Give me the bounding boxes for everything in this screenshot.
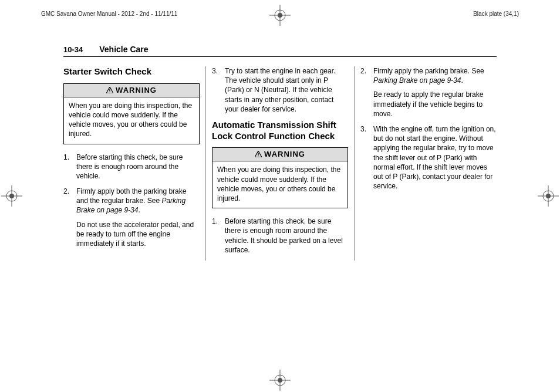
svg-point-17 bbox=[109, 92, 110, 93]
warning-triangle-icon bbox=[106, 86, 113, 95]
columns: Starter Switch Check WARNING When you ar… bbox=[63, 66, 497, 261]
column-2: Try to start the engine in each gear. Th… bbox=[206, 66, 355, 261]
step-3-2-ref: Parking Brake on page 9‑34 bbox=[373, 76, 461, 85]
step-1-2-text-b: . bbox=[138, 206, 140, 214]
column-3: Firmly apply the parking brake. See Park… bbox=[355, 66, 497, 261]
warning-triangle-icon bbox=[255, 150, 262, 159]
header-right: Black plate (34,1) bbox=[473, 11, 519, 17]
registration-mark-right bbox=[538, 185, 559, 207]
warning-body-2: When you are doing this inspection, the … bbox=[212, 161, 348, 208]
warning-body-1: When you are doing this inspection, the … bbox=[64, 97, 199, 144]
warning-label-2: WARNING bbox=[264, 150, 305, 158]
warning-box-2: WARNING When you are doing this inspecti… bbox=[212, 147, 348, 208]
step-2b-1: Before starting this check, be sure ther… bbox=[212, 217, 348, 255]
step-1-2-para2: Do not use the accelerator pedal, and be… bbox=[76, 220, 200, 249]
step-3-2-para2: Be ready to apply the regular brake imme… bbox=[373, 90, 497, 119]
step-3-3: With the engine off, turn the ignition o… bbox=[360, 124, 497, 191]
step-3-2: Firmly apply the parking brake. See Park… bbox=[360, 66, 497, 119]
step-3-2-text-b: . bbox=[461, 76, 463, 85]
registration-mark-bottom bbox=[269, 370, 291, 391]
section-shift-lock: Automatic Transmission Shift Lock Contro… bbox=[212, 120, 348, 142]
steps-col2-bottom: Before starting this check, be sure ther… bbox=[212, 217, 348, 255]
chapter-title: Vehicle Care bbox=[99, 45, 148, 54]
steps-col2-top: Try to start the engine in each gear. Th… bbox=[212, 66, 348, 114]
page-header: 10-34 Vehicle Care bbox=[63, 45, 497, 57]
header-left: GMC Savana Owner Manual - 2012 - 2nd - 1… bbox=[41, 11, 177, 17]
warning-label-1: WARNING bbox=[116, 86, 157, 94]
section-starter-switch: Starter Switch Check bbox=[63, 66, 200, 77]
page-number: 10-34 bbox=[63, 45, 83, 54]
step-1-2: Firmly apply both the parking brake and … bbox=[63, 187, 200, 248]
steps-col1: Before starting this check, be sure ther… bbox=[63, 153, 200, 249]
warning-header-2: WARNING bbox=[212, 148, 348, 161]
step-1-1: Before starting this check, be sure ther… bbox=[63, 153, 200, 181]
steps-col3: Firmly apply the parking brake. See Park… bbox=[360, 66, 497, 191]
warning-header-1: WARNING bbox=[64, 84, 199, 97]
warning-box-1: WARNING When you are doing this inspecti… bbox=[63, 83, 200, 144]
step-2-3: Try to start the engine in each gear. Th… bbox=[212, 66, 348, 114]
print-header: GMC Savana Owner Manual - 2012 - 2nd - 1… bbox=[0, 11, 560, 17]
column-1: Starter Switch Check WARNING When you ar… bbox=[63, 66, 206, 261]
svg-point-19 bbox=[258, 156, 259, 157]
registration-mark-left bbox=[1, 185, 22, 207]
step-3-2-text-a: Firmly apply the parking brake. See bbox=[373, 67, 484, 75]
page-content: 10-34 Vehicle Care Starter Switch Check … bbox=[63, 45, 497, 261]
